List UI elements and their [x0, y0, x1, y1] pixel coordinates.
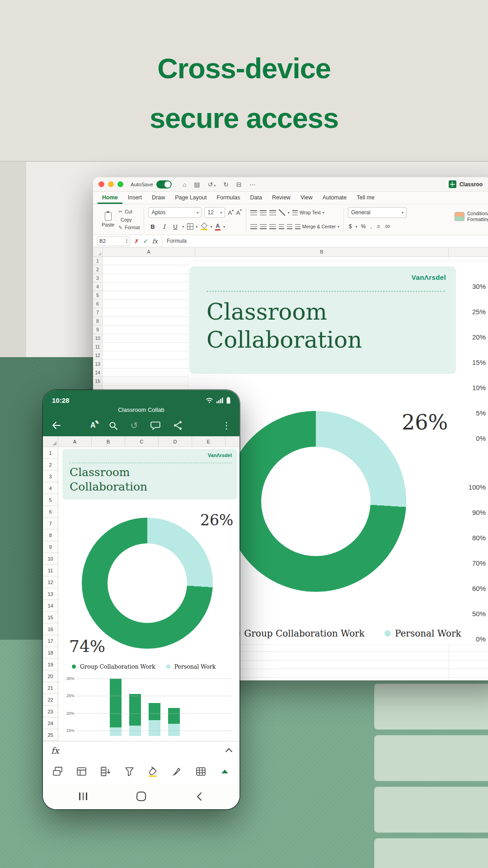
cut-button[interactable]: ✂Cut [118, 208, 140, 215]
column-header-e[interactable]: E [192, 436, 225, 447]
minimize-button[interactable] [108, 181, 114, 187]
row-header-13[interactable]: 13 [93, 360, 102, 368]
close-button[interactable] [99, 181, 104, 187]
home-icon[interactable]: ⌂ [183, 181, 186, 188]
row-header-6[interactable]: 6 [93, 300, 102, 308]
brush-icon[interactable] [171, 766, 183, 777]
row-header-21[interactable]: 21 [43, 682, 58, 694]
tab-draw[interactable]: Draw [147, 192, 169, 204]
row-header-2[interactable]: 2 [93, 265, 102, 274]
tab-review[interactable]: Review [267, 192, 295, 204]
row-header-1[interactable]: 1 [93, 257, 102, 265]
tab-view[interactable]: View [296, 192, 317, 204]
align-bottom-button[interactable] [269, 210, 276, 215]
legend-item[interactable]: Group Collaboration Work [72, 663, 155, 670]
home-button[interactable] [136, 792, 146, 801]
column-header-d[interactable]: D [159, 436, 192, 447]
collapse-chevron-icon[interactable] [225, 748, 233, 755]
overflow-menu-icon[interactable]: ⋮ [222, 420, 231, 431]
mobile-select-all-corner[interactable] [43, 436, 58, 447]
orientation-button[interactable] [279, 209, 285, 216]
borders-caret[interactable]: ▾ [196, 225, 198, 229]
increase-indent-button[interactable] [287, 224, 292, 229]
fill-color-icon[interactable] [147, 766, 159, 777]
row-header-5[interactable]: 5 [43, 494, 58, 506]
comma-style-button[interactable]: , [369, 223, 372, 230]
row-header-2[interactable]: 2 [43, 459, 58, 471]
row-header-3[interactable]: 3 [43, 471, 58, 482]
merge-center-button[interactable]: Merge & Center ▾ [295, 224, 339, 229]
conditional-formatting-button[interactable]: Conditional Formatting [455, 211, 488, 222]
row-header-7[interactable]: 7 [93, 308, 102, 317]
row-header-9[interactable]: 9 [43, 541, 58, 553]
underline-caret[interactable]: ▾ [182, 225, 184, 229]
insert-cells-icon[interactable] [100, 766, 111, 777]
tab-tell-me[interactable]: Tell me [352, 192, 379, 204]
align-right-button[interactable] [269, 224, 276, 229]
row-header-25[interactable]: 25 [43, 729, 58, 741]
table-icon[interactable] [195, 766, 206, 777]
format-icon[interactable]: A✎ [90, 421, 96, 429]
row-header-5[interactable]: 5 [93, 291, 102, 300]
desktop-donut[interactable] [225, 411, 406, 592]
underline-button[interactable]: U [171, 222, 179, 231]
column-header-b[interactable]: B [92, 436, 125, 447]
row-header-16[interactable]: 16 [43, 623, 58, 635]
bold-button[interactable]: B [148, 222, 157, 231]
number-format-select[interactable]: General▾ [348, 207, 407, 218]
row-header-19[interactable]: 19 [43, 659, 58, 670]
column-header-a[interactable]: A [103, 247, 195, 256]
comment-icon[interactable] [150, 421, 160, 430]
insert-function-icon[interactable]: fx [152, 238, 158, 245]
tab-page-layout[interactable]: Page Layout [170, 192, 211, 204]
expand-ribbon-icon[interactable] [219, 766, 230, 777]
sheet-view-icon[interactable] [76, 766, 87, 777]
row-header-12[interactable]: 12 [93, 351, 102, 360]
mobile-donut[interactable] [82, 518, 213, 649]
align-top-button[interactable] [250, 210, 257, 215]
cancel-entry-icon[interactable]: ✗ [134, 238, 139, 245]
row-header-1[interactable]: 1 [43, 447, 58, 459]
redo-button[interactable]: ↻ [223, 181, 229, 188]
decrease-indent-button[interactable] [279, 224, 284, 229]
grow-font-button[interactable]: A▴ [228, 209, 233, 216]
row-header-15[interactable]: 15 [93, 377, 102, 386]
tab-home[interactable]: Home [98, 192, 122, 204]
share-icon[interactable] [173, 420, 183, 430]
row-header-10[interactable]: 10 [43, 553, 58, 565]
fill-color-button[interactable] [201, 223, 208, 230]
currency-caret[interactable]: ▾ [356, 225, 357, 229]
row-header-12[interactable]: 12 [43, 576, 58, 588]
row-header-8[interactable]: 8 [43, 529, 58, 541]
column-header-c[interactable]: C [125, 436, 159, 447]
align-center-button[interactable] [260, 224, 267, 229]
row-header-9[interactable]: 9 [93, 326, 102, 334]
legend-item[interactable]: Personal Work [166, 663, 216, 670]
back-icon[interactable] [51, 420, 61, 430]
borders-button[interactable] [187, 223, 193, 230]
paste-button[interactable]: Paste [98, 207, 118, 232]
tab-data[interactable]: Data [245, 192, 266, 204]
mobile-bar-chart[interactable]: 30%25%20%15% [61, 675, 237, 738]
tab-insert[interactable]: Insert [123, 192, 146, 204]
mobile-formula-bar[interactable]: fx [43, 741, 239, 759]
formula-input[interactable]: Formula [162, 235, 187, 247]
font-color-button[interactable]: A [215, 223, 221, 231]
back-nav-button[interactable] [195, 792, 203, 802]
name-box-stepper[interactable]: ▴▾ [126, 238, 127, 244]
orientation-caret[interactable]: ▾ [288, 211, 290, 215]
print-button[interactable]: ⊟ [236, 181, 242, 188]
row-header-18[interactable]: 18 [43, 647, 58, 659]
row-header-11[interactable]: 11 [43, 565, 58, 576]
recents-button[interactable] [79, 793, 87, 800]
row-header-22[interactable]: 22 [43, 694, 58, 706]
confirm-entry-icon[interactable]: ✓ [143, 238, 148, 245]
autosave-toggle[interactable] [156, 180, 172, 189]
row-header-4[interactable]: 4 [93, 283, 102, 291]
font-color-caret[interactable]: ▾ [223, 225, 225, 229]
row-header-15[interactable]: 15 [43, 612, 58, 623]
name-box[interactable]: B2 ▴▾ [97, 236, 130, 246]
legend-item[interactable]: Group Collaboration Work [234, 628, 365, 639]
column-header-b[interactable]: B [195, 247, 449, 256]
row-header-17[interactable]: 17 [43, 635, 58, 647]
